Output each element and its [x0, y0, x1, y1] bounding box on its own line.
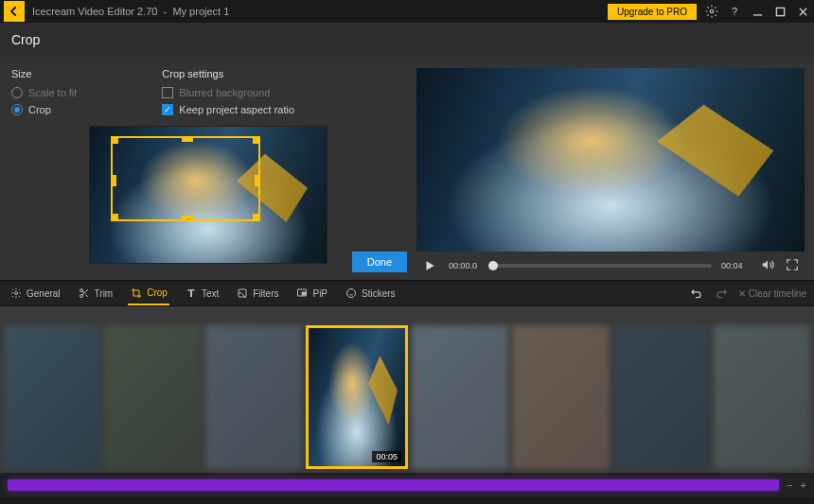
checkbox-label: Keep project aspect ratio [179, 104, 294, 115]
clear-timeline-button[interactable]: ✕ Clear timeline [738, 288, 806, 299]
crop-handle-bm[interactable] [182, 216, 193, 221]
tool-stickers[interactable]: Stickers [343, 283, 398, 304]
svg-point-0 [710, 9, 714, 13]
zoom-out-icon[interactable]: − [787, 479, 792, 491]
tool-label: PiP [312, 288, 327, 299]
tool-label: Crop [147, 287, 168, 298]
timeline-clip[interactable] [104, 325, 201, 469]
app-title: Icecream Video Editor 2.70 - My project … [32, 6, 229, 17]
tool-text[interactable]: Text [183, 283, 221, 304]
gear-icon [9, 287, 23, 300]
radio-icon [11, 104, 23, 115]
main-editing-area: Size Scale to fit Crop Crop settings Blu… [0, 57, 814, 280]
timeline-clip[interactable] [4, 325, 100, 469]
fullscreen-icon[interactable] [786, 258, 801, 273]
radio-scale-to-fit[interactable]: Scale to fit [11, 87, 77, 98]
playback-bar: 00:00.0 00:04 [416, 252, 805, 280]
crop-preview[interactable] [90, 127, 327, 263]
project-name: My project 1 [172, 6, 229, 17]
tool-label: General [27, 288, 61, 299]
tool-trim[interactable]: Trim [76, 283, 115, 304]
panel-title: Crop [11, 32, 40, 47]
panel-header: Crop [0, 23, 814, 57]
help-icon[interactable]: ? [727, 4, 742, 19]
tool-filters[interactable]: Filters [234, 283, 280, 304]
pip-icon [295, 287, 309, 300]
svg-rect-1 [752, 14, 761, 15]
size-heading: Size [11, 68, 77, 79]
crop-handle-rm[interactable] [255, 175, 260, 186]
titlebar: Icecream Video Editor 2.70 - My project … [0, 0, 814, 23]
timeline-clip[interactable] [512, 325, 609, 469]
crop-handle-tm[interactable] [182, 136, 193, 142]
zoom-in-icon[interactable]: + [801, 479, 806, 491]
done-button[interactable]: Done [352, 252, 407, 272]
timeline-clip[interactable] [613, 325, 710, 469]
seek-thumb[interactable] [488, 261, 498, 270]
seek-bar[interactable] [488, 264, 712, 268]
crop-handle-bl[interactable] [111, 214, 118, 221]
settings-icon[interactable] [704, 4, 719, 19]
volume-icon[interactable] [761, 258, 776, 273]
timeline[interactable]: 00:05 [0, 306, 814, 473]
tool-label: Stickers [362, 288, 396, 299]
checkbox-icon [162, 87, 173, 98]
crop-handle-br[interactable] [253, 214, 260, 221]
video-preview[interactable] [416, 68, 805, 252]
tool-crop[interactable]: Crop [128, 283, 169, 305]
upgrade-button[interactable]: Upgrade to PRO [608, 4, 697, 20]
svg-point-3 [15, 292, 18, 295]
filters-icon [236, 287, 249, 300]
crop-handle-tl[interactable] [111, 136, 118, 144]
redo-icon[interactable] [714, 286, 729, 301]
timeline-track-bar[interactable] [8, 479, 779, 491]
timeline-clip[interactable] [205, 325, 302, 469]
crop-settings-pane: Size Scale to fit Crop Crop settings Blu… [9, 68, 407, 280]
undo-icon[interactable] [689, 286, 704, 301]
crop-handle-lm[interactable] [111, 175, 116, 186]
size-group: Size Scale to fit Crop [11, 68, 77, 121]
maximize-icon[interactable] [772, 4, 787, 19]
scissors-icon [78, 287, 91, 300]
stickers-icon [345, 287, 358, 300]
radio-label: Scale to fit [28, 87, 77, 98]
crop-icon [130, 287, 143, 300]
minimize-icon[interactable] [750, 4, 765, 19]
title-sep: - [161, 6, 173, 17]
crop-settings-heading: Crop settings [162, 68, 294, 79]
crop-frame[interactable] [111, 136, 260, 221]
app-name: Icecream Video Editor 2.70 [32, 6, 157, 17]
crop-handle-tr[interactable] [253, 136, 260, 144]
preview-image [416, 68, 805, 252]
tool-general[interactable]: General [8, 283, 62, 304]
clear-timeline-label: Clear timeline [749, 288, 806, 299]
svg-point-9 [347, 289, 356, 298]
checkbox-icon [162, 104, 173, 115]
svg-rect-8 [302, 292, 306, 295]
close-small-icon: ✕ [738, 288, 746, 299]
radio-crop[interactable]: Crop [11, 104, 77, 115]
svg-rect-2 [776, 8, 784, 15]
close-icon[interactable] [795, 4, 810, 19]
timeline-clip-selected[interactable]: 00:05 [306, 325, 408, 469]
tool-strip: General Trim Crop Text Filters PiP Stick… [0, 280, 814, 306]
duration: 00:04 [721, 261, 752, 270]
clip-thumbnail [309, 328, 405, 466]
text-icon [185, 287, 198, 300]
radio-icon [11, 87, 23, 98]
preview-pane: 00:00.0 00:04 [416, 68, 805, 280]
svg-point-5 [80, 295, 82, 298]
crop-settings-group: Crop settings Blurred background Keep pr… [162, 68, 294, 121]
tool-label: Text [202, 288, 219, 299]
checkbox-keep-ratio[interactable]: Keep project aspect ratio [162, 104, 294, 115]
svg-point-4 [80, 289, 82, 292]
checkbox-label: Blurred background [179, 87, 270, 98]
back-button[interactable] [4, 1, 25, 22]
play-button[interactable] [420, 256, 439, 275]
checkbox-blurred-bg[interactable]: Blurred background [162, 87, 294, 98]
timeline-clip[interactable] [714, 325, 810, 469]
timeline-clip[interactable] [412, 325, 508, 469]
bottom-bar: − + [0, 473, 814, 497]
tool-pip[interactable]: PiP [293, 283, 329, 304]
clip-duration: 00:05 [372, 451, 401, 462]
